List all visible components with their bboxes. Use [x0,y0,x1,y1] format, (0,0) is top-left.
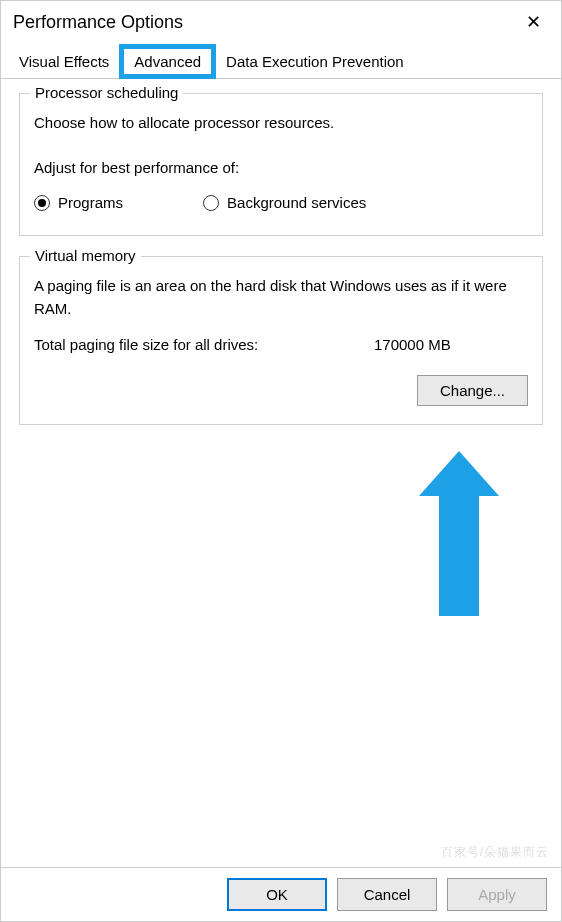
tab-visual-effects[interactable]: Visual Effects [9,48,119,75]
radio-group: Programs Background services [34,194,528,211]
paging-file-label: Total paging file size for all drives: [34,336,374,353]
paging-file-value: 170000 MB [374,336,451,353]
radio-programs[interactable]: Programs [34,194,123,211]
virtual-memory-title: Virtual memory [30,247,141,264]
virtual-memory-group: Virtual memory A paging file is an area … [19,256,543,425]
watermark: 百家号/朵猫果而云 [441,844,549,861]
ok-button[interactable]: OK [227,878,327,911]
processor-scheduling-group: Processor scheduling Choose how to alloc… [19,93,543,236]
change-button[interactable]: Change... [417,375,528,406]
change-button-row: Change... [34,375,528,406]
adjust-label: Adjust for best performance of: [34,159,528,176]
radio-background[interactable]: Background services [203,194,366,211]
performance-options-dialog: Performance Options ✕ Visual Effects Adv… [0,0,562,922]
paging-file-row: Total paging file size for all drives: 1… [34,336,528,353]
radio-icon [203,195,219,211]
close-icon[interactable]: ✕ [521,11,546,33]
apply-button: Apply [447,878,547,911]
footer: OK Cancel Apply [1,867,561,921]
processor-scheduling-title: Processor scheduling [30,84,183,101]
tab-dep[interactable]: Data Execution Prevention [216,48,414,75]
radio-background-label: Background services [227,194,366,211]
titlebar: Performance Options ✕ [1,1,561,43]
virtual-memory-desc: A paging file is an area on the hard dis… [34,275,528,320]
window-title: Performance Options [13,12,183,33]
radio-programs-label: Programs [58,194,123,211]
content-area: Processor scheduling Choose how to alloc… [1,79,561,867]
tab-advanced[interactable]: Advanced [119,44,216,79]
processor-scheduling-desc: Choose how to allocate processor resourc… [34,114,528,131]
cancel-button[interactable]: Cancel [337,878,437,911]
radio-icon [34,195,50,211]
tabs: Visual Effects Advanced Data Execution P… [1,43,561,79]
